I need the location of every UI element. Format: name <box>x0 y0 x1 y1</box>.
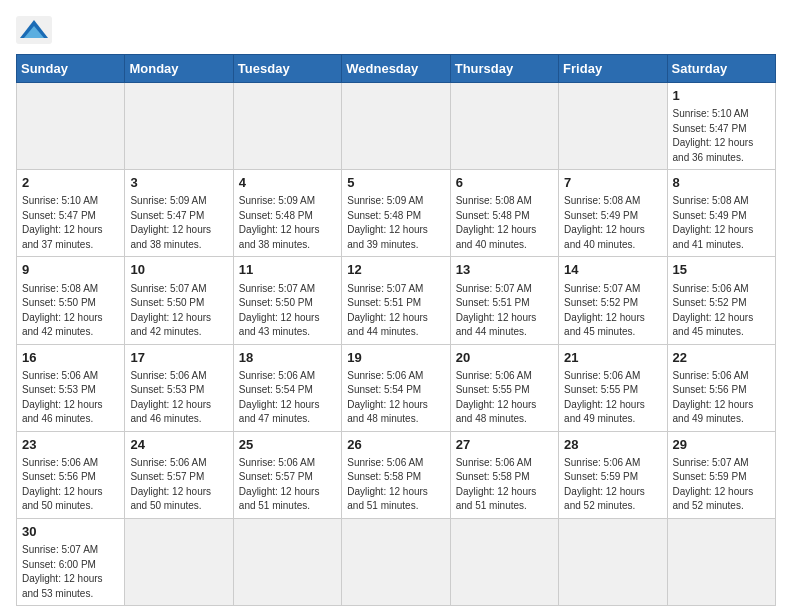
calendar-day-cell: 14Sunrise: 5:07 AM Sunset: 5:52 PM Dayli… <box>559 257 667 344</box>
calendar-day-cell: 9Sunrise: 5:08 AM Sunset: 5:50 PM Daylig… <box>17 257 125 344</box>
calendar-day-cell <box>450 518 558 605</box>
day-number: 26 <box>347 436 444 454</box>
calendar-day-cell: 26Sunrise: 5:06 AM Sunset: 5:58 PM Dayli… <box>342 431 450 518</box>
day-number: 19 <box>347 349 444 367</box>
day-number: 1 <box>673 87 770 105</box>
day-number: 23 <box>22 436 119 454</box>
calendar-day-cell: 20Sunrise: 5:06 AM Sunset: 5:55 PM Dayli… <box>450 344 558 431</box>
day-info: Sunrise: 5:07 AM Sunset: 5:51 PM Dayligh… <box>456 282 553 340</box>
calendar-header-row: SundayMondayTuesdayWednesdayThursdayFrid… <box>17 55 776 83</box>
calendar-day-cell <box>125 518 233 605</box>
day-number: 24 <box>130 436 227 454</box>
day-info: Sunrise: 5:07 AM Sunset: 5:50 PM Dayligh… <box>130 282 227 340</box>
day-of-week-header: Tuesday <box>233 55 341 83</box>
day-info: Sunrise: 5:06 AM Sunset: 5:55 PM Dayligh… <box>456 369 553 427</box>
day-info: Sunrise: 5:08 AM Sunset: 5:49 PM Dayligh… <box>564 194 661 252</box>
day-info: Sunrise: 5:07 AM Sunset: 5:59 PM Dayligh… <box>673 456 770 514</box>
day-info: Sunrise: 5:09 AM Sunset: 5:48 PM Dayligh… <box>347 194 444 252</box>
day-number: 28 <box>564 436 661 454</box>
day-number: 10 <box>130 261 227 279</box>
day-info: Sunrise: 5:06 AM Sunset: 5:59 PM Dayligh… <box>564 456 661 514</box>
calendar-table: SundayMondayTuesdayWednesdayThursdayFrid… <box>16 54 776 606</box>
calendar-week-row: 1Sunrise: 5:10 AM Sunset: 5:47 PM Daylig… <box>17 83 776 170</box>
logo <box>16 16 58 44</box>
calendar-day-cell: 3Sunrise: 5:09 AM Sunset: 5:47 PM Daylig… <box>125 170 233 257</box>
calendar-day-cell <box>233 83 341 170</box>
day-number: 12 <box>347 261 444 279</box>
calendar-day-cell <box>125 83 233 170</box>
day-number: 4 <box>239 174 336 192</box>
calendar-week-row: 9Sunrise: 5:08 AM Sunset: 5:50 PM Daylig… <box>17 257 776 344</box>
calendar-day-cell: 2Sunrise: 5:10 AM Sunset: 5:47 PM Daylig… <box>17 170 125 257</box>
day-number: 16 <box>22 349 119 367</box>
day-number: 11 <box>239 261 336 279</box>
calendar-day-cell: 16Sunrise: 5:06 AM Sunset: 5:53 PM Dayli… <box>17 344 125 431</box>
calendar-day-cell: 4Sunrise: 5:09 AM Sunset: 5:48 PM Daylig… <box>233 170 341 257</box>
day-number: 17 <box>130 349 227 367</box>
day-number: 29 <box>673 436 770 454</box>
calendar-week-row: 30Sunrise: 5:07 AM Sunset: 6:00 PM Dayli… <box>17 518 776 605</box>
day-info: Sunrise: 5:07 AM Sunset: 5:50 PM Dayligh… <box>239 282 336 340</box>
day-number: 21 <box>564 349 661 367</box>
day-info: Sunrise: 5:06 AM Sunset: 5:56 PM Dayligh… <box>673 369 770 427</box>
day-of-week-header: Sunday <box>17 55 125 83</box>
day-info: Sunrise: 5:06 AM Sunset: 5:52 PM Dayligh… <box>673 282 770 340</box>
day-info: Sunrise: 5:09 AM Sunset: 5:48 PM Dayligh… <box>239 194 336 252</box>
day-info: Sunrise: 5:07 AM Sunset: 5:51 PM Dayligh… <box>347 282 444 340</box>
day-info: Sunrise: 5:06 AM Sunset: 5:53 PM Dayligh… <box>22 369 119 427</box>
day-number: 7 <box>564 174 661 192</box>
day-number: 20 <box>456 349 553 367</box>
calendar-day-cell <box>559 518 667 605</box>
day-number: 14 <box>564 261 661 279</box>
day-info: Sunrise: 5:07 AM Sunset: 5:52 PM Dayligh… <box>564 282 661 340</box>
calendar-day-cell <box>17 83 125 170</box>
day-number: 13 <box>456 261 553 279</box>
page-header <box>16 16 776 44</box>
calendar-day-cell: 15Sunrise: 5:06 AM Sunset: 5:52 PM Dayli… <box>667 257 775 344</box>
calendar-day-cell <box>342 83 450 170</box>
calendar-day-cell: 21Sunrise: 5:06 AM Sunset: 5:55 PM Dayli… <box>559 344 667 431</box>
day-info: Sunrise: 5:08 AM Sunset: 5:49 PM Dayligh… <box>673 194 770 252</box>
calendar-day-cell <box>450 83 558 170</box>
day-info: Sunrise: 5:06 AM Sunset: 5:54 PM Dayligh… <box>239 369 336 427</box>
day-of-week-header: Saturday <box>667 55 775 83</box>
calendar-day-cell: 6Sunrise: 5:08 AM Sunset: 5:48 PM Daylig… <box>450 170 558 257</box>
logo-icon <box>16 16 52 44</box>
calendar-day-cell <box>342 518 450 605</box>
day-of-week-header: Friday <box>559 55 667 83</box>
calendar-day-cell: 25Sunrise: 5:06 AM Sunset: 5:57 PM Dayli… <box>233 431 341 518</box>
calendar-day-cell: 30Sunrise: 5:07 AM Sunset: 6:00 PM Dayli… <box>17 518 125 605</box>
calendar-day-cell: 24Sunrise: 5:06 AM Sunset: 5:57 PM Dayli… <box>125 431 233 518</box>
calendar-day-cell: 29Sunrise: 5:07 AM Sunset: 5:59 PM Dayli… <box>667 431 775 518</box>
day-info: Sunrise: 5:10 AM Sunset: 5:47 PM Dayligh… <box>673 107 770 165</box>
day-number: 25 <box>239 436 336 454</box>
day-number: 3 <box>130 174 227 192</box>
calendar-day-cell: 11Sunrise: 5:07 AM Sunset: 5:50 PM Dayli… <box>233 257 341 344</box>
day-number: 15 <box>673 261 770 279</box>
calendar-week-row: 23Sunrise: 5:06 AM Sunset: 5:56 PM Dayli… <box>17 431 776 518</box>
calendar-day-cell: 18Sunrise: 5:06 AM Sunset: 5:54 PM Dayli… <box>233 344 341 431</box>
day-number: 30 <box>22 523 119 541</box>
calendar-day-cell: 23Sunrise: 5:06 AM Sunset: 5:56 PM Dayli… <box>17 431 125 518</box>
calendar-day-cell: 8Sunrise: 5:08 AM Sunset: 5:49 PM Daylig… <box>667 170 775 257</box>
day-info: Sunrise: 5:09 AM Sunset: 5:47 PM Dayligh… <box>130 194 227 252</box>
calendar-day-cell: 12Sunrise: 5:07 AM Sunset: 5:51 PM Dayli… <box>342 257 450 344</box>
day-info: Sunrise: 5:07 AM Sunset: 6:00 PM Dayligh… <box>22 543 119 601</box>
calendar-day-cell: 27Sunrise: 5:06 AM Sunset: 5:58 PM Dayli… <box>450 431 558 518</box>
calendar-day-cell: 5Sunrise: 5:09 AM Sunset: 5:48 PM Daylig… <box>342 170 450 257</box>
day-number: 5 <box>347 174 444 192</box>
day-of-week-header: Monday <box>125 55 233 83</box>
day-number: 18 <box>239 349 336 367</box>
calendar-day-cell: 7Sunrise: 5:08 AM Sunset: 5:49 PM Daylig… <box>559 170 667 257</box>
day-of-week-header: Thursday <box>450 55 558 83</box>
calendar-day-cell: 13Sunrise: 5:07 AM Sunset: 5:51 PM Dayli… <box>450 257 558 344</box>
day-info: Sunrise: 5:06 AM Sunset: 5:58 PM Dayligh… <box>347 456 444 514</box>
calendar-day-cell: 17Sunrise: 5:06 AM Sunset: 5:53 PM Dayli… <box>125 344 233 431</box>
calendar-day-cell: 10Sunrise: 5:07 AM Sunset: 5:50 PM Dayli… <box>125 257 233 344</box>
calendar-week-row: 16Sunrise: 5:06 AM Sunset: 5:53 PM Dayli… <box>17 344 776 431</box>
day-number: 6 <box>456 174 553 192</box>
calendar-day-cell <box>667 518 775 605</box>
day-info: Sunrise: 5:06 AM Sunset: 5:58 PM Dayligh… <box>456 456 553 514</box>
day-number: 8 <box>673 174 770 192</box>
day-info: Sunrise: 5:08 AM Sunset: 5:50 PM Dayligh… <box>22 282 119 340</box>
